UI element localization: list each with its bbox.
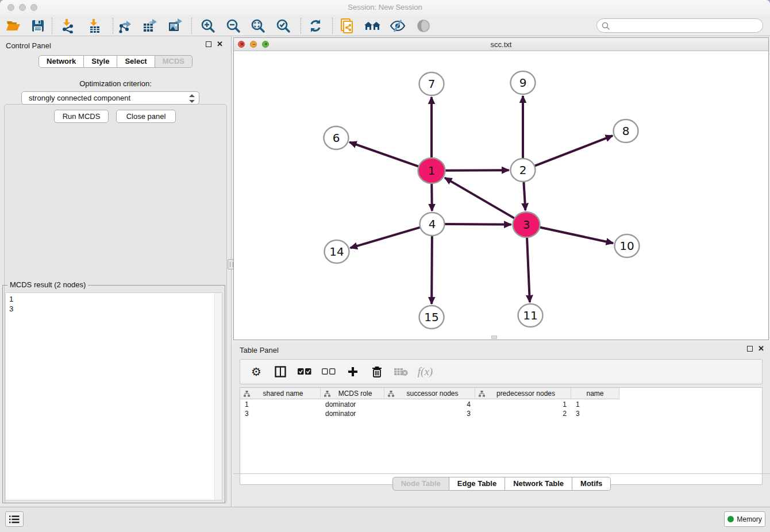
network-window-titlebar[interactable]: ✕ − + scc.txt bbox=[234, 38, 768, 51]
float-panel-icon[interactable] bbox=[206, 41, 211, 47]
column-panel-icon[interactable] bbox=[272, 364, 288, 380]
node-label-8: 8 bbox=[622, 124, 630, 138]
zoom-selected-icon[interactable] bbox=[275, 17, 292, 34]
close-table-panel-icon[interactable]: ✕ bbox=[758, 346, 764, 352]
table-cell[interactable]: 3 bbox=[240, 409, 321, 418]
node-table[interactable]: shared nameMCDS rolesuccessor nodesprede… bbox=[240, 387, 763, 485]
node-label-14: 14 bbox=[329, 245, 344, 259]
table-cell[interactable]: 2 bbox=[475, 409, 571, 418]
table-cell[interactable]: 3 bbox=[384, 409, 475, 418]
edge-3-11[interactable] bbox=[527, 237, 530, 302]
import-table-icon[interactable] bbox=[86, 17, 103, 34]
export-image-icon[interactable] bbox=[167, 17, 184, 34]
control-panel-tabs: NetworkStyleSelectMCDS bbox=[0, 55, 231, 68]
edge-1-2[interactable] bbox=[445, 170, 509, 171]
network-resize-grip[interactable] bbox=[491, 336, 497, 339]
result-scrollbar[interactable] bbox=[214, 293, 222, 500]
main-toolbar bbox=[0, 15, 770, 36]
search-input[interactable] bbox=[613, 20, 757, 31]
delete-column-icon[interactable] bbox=[369, 364, 385, 380]
close-panel-icon[interactable]: ✕ bbox=[217, 41, 223, 47]
zoom-out-icon[interactable] bbox=[225, 17, 242, 34]
node-label-15: 15 bbox=[424, 310, 438, 324]
node-label-10: 10 bbox=[619, 239, 634, 253]
edge-4-14[interactable] bbox=[351, 228, 421, 248]
edge-3-10[interactable] bbox=[540, 228, 613, 244]
column-header-successor-nodes[interactable]: successor nodes bbox=[384, 388, 475, 399]
toolbar-separator bbox=[191, 18, 192, 34]
edge-4-3[interactable] bbox=[444, 224, 511, 225]
node-label-9: 9 bbox=[519, 76, 527, 90]
export-table-icon[interactable] bbox=[142, 17, 159, 34]
edge-4-15[interactable] bbox=[432, 236, 432, 304]
open-session-icon[interactable] bbox=[5, 17, 22, 34]
apply-layout-icon[interactable] bbox=[307, 17, 324, 34]
table-cell[interactable]: dominator bbox=[321, 400, 384, 409]
table-cell[interactable]: 1 bbox=[240, 400, 321, 409]
gear-icon[interactable]: ⚙ bbox=[248, 364, 264, 380]
application-window: Session: New Session bbox=[0, 0, 770, 532]
close-panel-button[interactable]: Close panel bbox=[116, 110, 176, 123]
table-cell[interactable]: 1 bbox=[475, 400, 571, 409]
birdseye-icon[interactable] bbox=[415, 17, 432, 34]
column-header-name[interactable]: name bbox=[571, 388, 619, 399]
toolbar-separator bbox=[52, 18, 52, 34]
search-box bbox=[596, 18, 763, 33]
node-label-6: 6 bbox=[333, 131, 340, 145]
houses-icon[interactable] bbox=[364, 17, 381, 34]
optimization-label: Optimization criterion: bbox=[0, 79, 231, 88]
tab-select[interactable]: Select bbox=[117, 55, 155, 68]
function-builder-icon: f(x) bbox=[417, 364, 433, 380]
zoom-fit-icon[interactable] bbox=[249, 17, 267, 34]
zoom-in-icon[interactable] bbox=[199, 17, 217, 34]
edge-2-3[interactable] bbox=[523, 182, 525, 210]
window-title: Session: New Session bbox=[0, 3, 770, 11]
status-bar: Memory bbox=[0, 507, 770, 532]
network-graph[interactable]: 7968124314101511 bbox=[234, 51, 768, 340]
mcds-result-group: MCDS result (2 nodes) 1 3 bbox=[2, 285, 225, 503]
table-cell[interactable]: 3 bbox=[571, 409, 619, 418]
tab-node-table[interactable]: Node Table bbox=[392, 477, 449, 491]
title-bar: Session: New Session bbox=[0, 0, 770, 15]
tab-mcds[interactable]: MCDS bbox=[155, 55, 192, 68]
edge-1-6[interactable] bbox=[349, 142, 419, 166]
hide-eye-icon[interactable] bbox=[389, 17, 406, 34]
tab-network[interactable]: Network bbox=[38, 55, 84, 68]
duplicate-network-icon[interactable] bbox=[339, 17, 356, 34]
toolbar-separator bbox=[113, 18, 113, 34]
column-header-predecessor-nodes[interactable]: predecessor nodes bbox=[475, 388, 571, 399]
table-cell[interactable]: dominator bbox=[321, 409, 384, 418]
tab-edge-table[interactable]: Edge Table bbox=[449, 477, 505, 491]
delete-table-icon bbox=[393, 364, 409, 380]
select-all-columns-icon[interactable] bbox=[297, 364, 313, 380]
criterion-select[interactable]: strongly connected component bbox=[21, 91, 199, 105]
export-network-icon[interactable] bbox=[117, 17, 134, 34]
unselect-all-columns-icon[interactable] bbox=[321, 364, 337, 380]
save-session-icon[interactable] bbox=[29, 17, 47, 34]
node-label-7: 7 bbox=[428, 77, 436, 91]
table-cell[interactable]: 4 bbox=[384, 400, 475, 409]
select-stepper-icon bbox=[189, 94, 195, 103]
node-label-3: 3 bbox=[523, 218, 530, 232]
mcds-result-lines: 1 3 bbox=[9, 294, 13, 314]
table-panel-title: Table Panel bbox=[240, 346, 279, 354]
task-history-button[interactable] bbox=[5, 511, 24, 527]
import-network-icon[interactable] bbox=[59, 17, 76, 34]
column-header-shared-name[interactable]: shared name bbox=[240, 388, 321, 399]
tab-motifs[interactable]: Motifs bbox=[572, 477, 611, 491]
column-header-mcds-role[interactable]: MCDS role bbox=[321, 388, 384, 399]
table-row[interactable]: 1dominator411 bbox=[240, 400, 619, 409]
run-mcds-button[interactable]: Run MCDS bbox=[54, 110, 109, 123]
float-table-panel-icon[interactable] bbox=[747, 346, 753, 352]
memory-button[interactable]: Memory bbox=[724, 511, 765, 527]
add-column-icon[interactable] bbox=[345, 364, 361, 380]
toolbar-separator bbox=[332, 18, 333, 34]
edge-3-1[interactable] bbox=[445, 178, 515, 218]
table-cell[interactable]: 1 bbox=[571, 400, 619, 409]
table-row[interactable]: 3dominator323 bbox=[240, 409, 619, 418]
tab-style[interactable]: Style bbox=[84, 55, 117, 68]
memory-status-icon bbox=[727, 516, 734, 522]
edge-2-8[interactable] bbox=[534, 136, 613, 166]
network-canvas[interactable]: 7968124314101511 bbox=[234, 51, 768, 340]
tab-network-table[interactable]: Network Table bbox=[505, 477, 572, 491]
